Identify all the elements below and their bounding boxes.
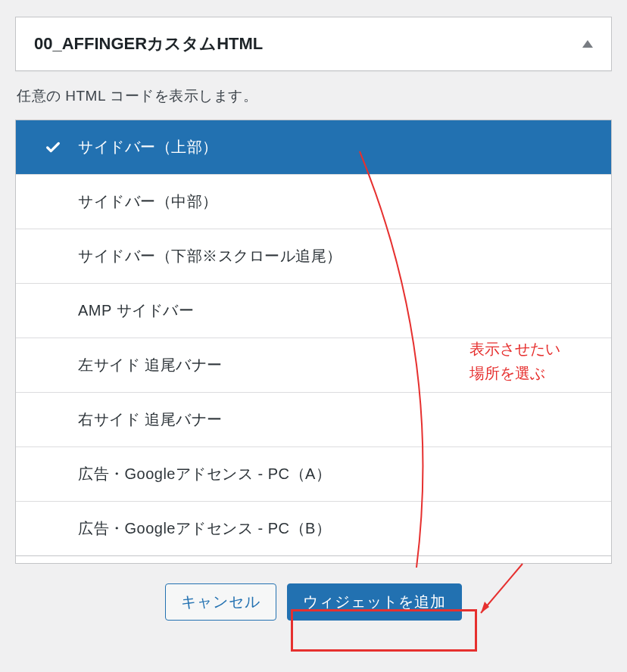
location-label: サイドバー（上部） [78, 138, 218, 155]
location-item-sidebar-bottom[interactable]: サイドバー（下部※スクロール追尾） [16, 229, 611, 284]
location-item-sidebar-top[interactable]: サイドバー（上部） [16, 120, 611, 175]
location-label: サイドバー（中部） [78, 193, 218, 210]
location-label: AMP サイドバー [78, 302, 194, 319]
location-item-amp-sidebar[interactable]: AMP サイドバー [16, 284, 611, 338]
location-item-adsense-pc-b[interactable]: 広告・Googleアドセンス - PC（B） [16, 502, 611, 556]
button-row: キャンセル ウィジェットを追加 [15, 583, 612, 621]
location-label: 右サイド 追尾バナー [78, 411, 223, 428]
cancel-button[interactable]: キャンセル [165, 583, 276, 621]
widget-header[interactable]: 00_AFFINGERカスタムHTML [15, 17, 612, 71]
widget-title: 00_AFFINGERカスタムHTML [34, 33, 263, 55]
location-list: サイドバー（上部） サイドバー（中部） サイドバー（下部※スクロール追尾） AM… [15, 120, 612, 556]
location-label: サイドバー（下部※スクロール追尾） [78, 247, 342, 264]
location-item-left-side-banner[interactable]: 左サイド 追尾バナー [16, 338, 611, 393]
check-icon [45, 139, 61, 156]
widget-description: 任意の HTML コードを表示します。 [15, 71, 612, 120]
list-overflow-indicator [15, 556, 612, 564]
location-label: 広告・Googleアドセンス - PC（A） [78, 465, 331, 482]
location-item-adsense-pc-a[interactable]: 広告・Googleアドセンス - PC（A） [16, 447, 611, 502]
location-label: 左サイド 追尾バナー [78, 356, 223, 373]
location-item-right-side-banner[interactable]: 右サイド 追尾バナー [16, 393, 611, 447]
location-item-sidebar-middle[interactable]: サイドバー（中部） [16, 175, 611, 229]
add-widget-button[interactable]: ウィジェットを追加 [287, 583, 462, 621]
location-label: 広告・Googleアドセンス - PC（B） [78, 520, 331, 537]
chevron-up-icon [582, 40, 593, 48]
